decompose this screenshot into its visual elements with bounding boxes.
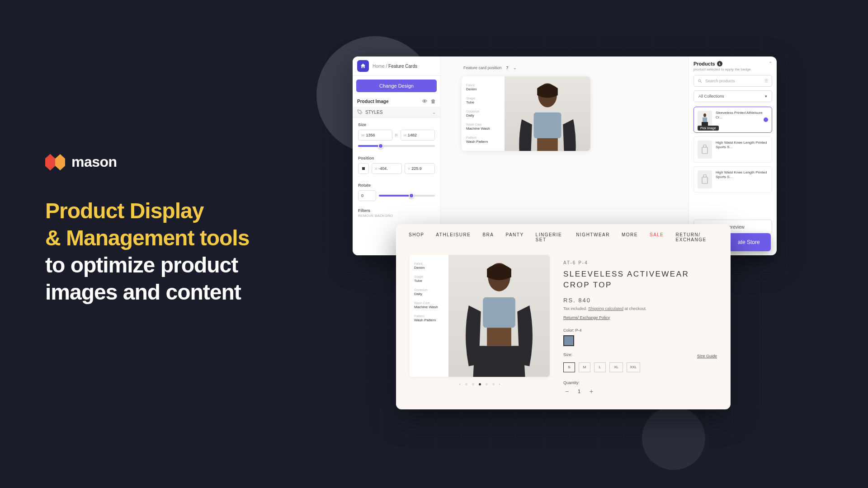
- caret-down-icon: ▾: [765, 94, 767, 99]
- product-item[interactable]: Sleeveless Printed Athleisure Cr... Pick…: [693, 107, 772, 133]
- nav-link[interactable]: RETURN/ EXCHANGE: [676, 232, 718, 242]
- position-control: Position X-404. Y225.9: [353, 151, 440, 178]
- home-button[interactable]: [357, 60, 369, 72]
- size-control: Size W1356 ⎘ H1482: [353, 118, 440, 151]
- brush-icon: [357, 109, 363, 115]
- nav-link-sale[interactable]: SALE: [650, 232, 664, 242]
- chevron-down-icon: ⌄: [513, 66, 517, 70]
- products-title: Products1: [693, 61, 772, 66]
- nav-link[interactable]: LINGERIE SET: [536, 232, 565, 242]
- product-gallery: FabricDenim ShapeTube OccasionDaily Wash…: [410, 255, 550, 395]
- filter-icon[interactable]: ☰: [764, 79, 768, 83]
- filters-label: Filters: [353, 206, 440, 214]
- rotate-input[interactable]: 0: [358, 190, 376, 201]
- pick-image-button[interactable]: Pick Image: [698, 126, 719, 131]
- qty-stepper: − 1 +: [563, 388, 717, 395]
- qty-label: Quantity:: [563, 380, 717, 385]
- feature-card-preview: FabricDenim ShapeTube OccasionDaily Wash…: [462, 76, 590, 151]
- product-item[interactable]: High Waist Knee Length Printed Sports S.…: [693, 136, 772, 163]
- model-illustration: [448, 255, 550, 377]
- chevron-left-icon[interactable]: ‹: [459, 382, 461, 386]
- nav-link[interactable]: SHOP: [409, 232, 424, 242]
- nav-link[interactable]: MORE: [622, 232, 638, 242]
- styles-accordion[interactable]: STYLES ⌄: [353, 107, 440, 118]
- pdp-image: [448, 255, 550, 377]
- svg-rect-4: [703, 117, 707, 122]
- link-icon[interactable]: ⎘: [395, 130, 398, 141]
- svg-rect-11: [487, 328, 511, 346]
- products-subtitle: product selected to apply the badge: [693, 67, 772, 71]
- nav-link[interactable]: PANTY: [505, 232, 524, 242]
- size-option[interactable]: M: [579, 362, 590, 372]
- product-sku: AT-6 P-4: [563, 260, 717, 265]
- qty-increment[interactable]: +: [588, 388, 595, 395]
- size-option[interactable]: S: [563, 362, 575, 372]
- qty-value: 1: [578, 389, 580, 394]
- create-store-button[interactable]: ate Store: [727, 233, 771, 251]
- change-design-button[interactable]: Change Design: [356, 80, 437, 92]
- pdp-attrs: FabricDenim ShapeTube OccasionDaily Wash…: [410, 255, 448, 377]
- color-label: Color: P-4: [563, 328, 717, 333]
- feature-card-position[interactable]: Feature card position 7 ⌄: [454, 66, 675, 70]
- editor-topbar: Home / Feature Cards: [353, 56, 440, 76]
- tax-note: Tax included. Shipping calculated at che…: [563, 306, 717, 311]
- nav-link[interactable]: NIGHTWEAR: [576, 232, 610, 242]
- size-option[interactable]: XL: [609, 362, 623, 372]
- delete-icon[interactable]: 🗑: [431, 99, 436, 104]
- height-input[interactable]: H1482: [401, 130, 435, 141]
- collections-dropdown[interactable]: All Collections▾: [693, 90, 772, 102]
- svg-point-3: [703, 113, 706, 117]
- model-illustration: [505, 76, 590, 151]
- size-label: Size:: [563, 352, 572, 357]
- product-title: SLEEVELESS ACTIVEWEAR CROP TOP: [563, 269, 717, 291]
- returns-link[interactable]: Returns/ Exchange Policy: [563, 315, 717, 320]
- logo-mark-icon: [45, 154, 65, 170]
- product-thumb: [698, 141, 712, 159]
- nav-link[interactable]: ATHLEISURE: [436, 232, 471, 242]
- size-option[interactable]: XXL: [627, 362, 640, 372]
- nav-link[interactable]: BRA: [482, 232, 494, 242]
- svg-rect-1: [534, 113, 561, 138]
- svg-rect-6: [702, 147, 708, 154]
- brand-name: mason: [71, 154, 117, 170]
- brand-logo: mason: [45, 154, 339, 170]
- pos-x-input[interactable]: X-404.: [372, 163, 402, 174]
- chevron-right-icon[interactable]: ›: [499, 382, 500, 386]
- product-price: RS. 840: [563, 297, 717, 304]
- breadcrumb[interactable]: Home / Feature Cards: [373, 64, 417, 69]
- search-input[interactable]: Search products ☰: [693, 75, 772, 87]
- width-input[interactable]: W1356: [358, 130, 392, 141]
- feature-image: [505, 76, 590, 151]
- feature-attrs: FabricDenim ShapeTube OccasionDaily Wash…: [462, 76, 505, 151]
- storefront-window: SHOP ATHLEISURE BRA PANTY LINGERIE SET N…: [396, 224, 731, 409]
- headline: Product Display & Management tools to op…: [45, 197, 339, 306]
- remove-bg-option[interactable]: REMOVE BACKGRO: [353, 214, 440, 218]
- qty-decrement[interactable]: −: [563, 388, 571, 395]
- product-info: AT-6 P-4 SLEEVELESS ACTIVEWEAR CROP TOP …: [563, 255, 717, 395]
- anchor-picker[interactable]: [358, 163, 369, 174]
- pos-y-input[interactable]: Y225.9: [405, 163, 435, 174]
- chevron-down-icon: ⌄: [432, 110, 436, 115]
- search-icon: [698, 79, 703, 84]
- size-options: S M L XL XXL: [563, 362, 717, 372]
- product-thumb: [698, 170, 712, 188]
- rotate-slider[interactable]: [379, 195, 435, 197]
- gallery-pagination[interactable]: ‹ ›: [410, 382, 550, 386]
- visibility-icon[interactable]: 👁: [422, 99, 427, 104]
- size-slider[interactable]: [358, 145, 435, 147]
- rotate-control: Rotate 0: [353, 178, 440, 206]
- product-item[interactable]: High Waist Knee Length Printed Sports S.…: [693, 166, 772, 192]
- hero-section: mason Product Display & Management tools…: [45, 154, 339, 306]
- radio-selected[interactable]: [764, 117, 768, 122]
- svg-rect-2: [537, 138, 558, 151]
- svg-rect-10: [483, 297, 515, 328]
- product-image-header: Product Image 👁🗑: [353, 96, 440, 107]
- chevron-up-icon[interactable]: ⌃: [769, 61, 772, 66]
- size-guide-link[interactable]: Size Guide: [697, 354, 717, 358]
- color-swatch[interactable]: [563, 335, 574, 346]
- svg-rect-7: [702, 177, 708, 183]
- shipping-link[interactable]: Shipping calculated: [588, 306, 623, 311]
- storefront-nav: SHOP ATHLEISURE BRA PANTY LINGERIE SET N…: [396, 224, 731, 250]
- size-option[interactable]: L: [594, 362, 606, 372]
